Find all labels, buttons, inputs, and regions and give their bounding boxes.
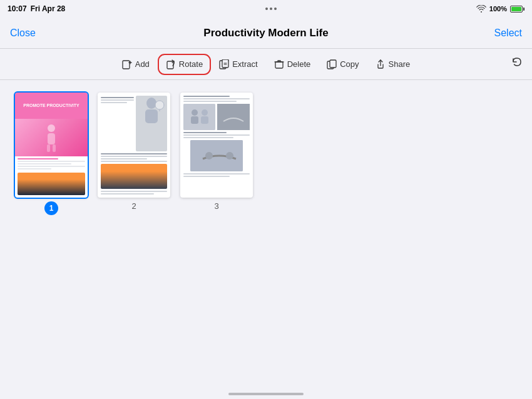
page3-images-row: [183, 104, 250, 130]
p2-line: [101, 99, 134, 101]
wifi-icon: [476, 5, 486, 13]
rotate-button[interactable]: Rotate: [160, 56, 209, 73]
page2-mid-text: [101, 153, 167, 162]
page1-header-text: Promote Productivity: [23, 103, 79, 108]
svg-rect-22: [145, 109, 158, 123]
meeting-svg: [183, 104, 215, 130]
extract-icon: [219, 59, 229, 69]
page1-header: Promote Productivity: [15, 93, 88, 119]
status-right: 100%: [476, 5, 524, 13]
page1-line-2: [18, 161, 85, 162]
page3-meeting-image: [183, 104, 215, 130]
close-button[interactable]: Close: [10, 28, 36, 39]
page1-top-image: [15, 119, 88, 156]
delete-icon: [274, 59, 284, 69]
page1-line-1: [18, 158, 58, 159]
page-title: Productivity Modern Life: [203, 27, 328, 39]
svg-rect-0: [123, 61, 130, 69]
svg-rect-19: [47, 144, 50, 152]
svg-rect-27: [191, 116, 198, 124]
rotate-icon: [166, 59, 176, 69]
page2-top-row: [101, 96, 167, 151]
page-number-badge-1: 1: [44, 201, 58, 215]
add-button[interactable]: Add: [116, 56, 156, 73]
page2-text-col: [101, 96, 134, 151]
svg-point-26: [192, 109, 198, 116]
page1-bottom-image: [18, 173, 85, 195]
undo-button[interactable]: [511, 56, 523, 72]
page-thumb-2[interactable]: [98, 93, 170, 198]
toolbar: Add Rotate Extract Delete: [0, 49, 532, 80]
svg-point-32: [205, 152, 213, 159]
page3-mid-text: [183, 132, 250, 138]
page2-sunset-image: [101, 164, 167, 189]
page-number-3: 3: [214, 201, 218, 211]
person-figure: [42, 122, 61, 153]
page-item-1[interactable]: Promote Productivity: [15, 93, 88, 215]
page2-mid-row: [101, 153, 167, 162]
page3-second-image: [217, 104, 250, 130]
svg-point-21: [146, 98, 156, 109]
svg-rect-9: [275, 62, 283, 68]
status-dots: [265, 8, 277, 10]
handshake-large-svg: [190, 140, 243, 171]
copy-button[interactable]: Copy: [320, 56, 365, 73]
status-left: 10:07 Fri Apr 28: [8, 4, 65, 13]
status-time: 10:07: [8, 4, 27, 13]
page2-person-image: [136, 96, 167, 151]
handshake-svg: [217, 104, 250, 130]
svg-point-28: [202, 109, 208, 116]
page1-body: [15, 156, 88, 171]
svg-rect-15: [330, 60, 336, 68]
page-item-2[interactable]: 2: [98, 93, 170, 211]
page2-bottom-text: [101, 191, 167, 194]
page3-handshake-image: [190, 140, 243, 171]
share-icon: [376, 59, 386, 69]
select-button[interactable]: Select: [494, 28, 522, 39]
svg-point-23: [155, 101, 164, 109]
battery-icon: [510, 6, 524, 13]
page-item-3[interactable]: 3: [180, 93, 253, 211]
home-indicator: [228, 393, 304, 395]
p2-line: [101, 102, 127, 103]
p2-line: [101, 97, 134, 98]
svg-rect-30: [217, 104, 250, 130]
page1-line-4: [18, 166, 85, 167]
extract-button[interactable]: Extract: [213, 56, 263, 73]
nav-bar: Close Productivity Modern Life Select: [0, 18, 532, 49]
copy-icon: [327, 59, 337, 69]
svg-point-33: [226, 152, 233, 159]
status-bar: 10:07 Fri Apr 28 100%: [0, 0, 532, 18]
page3-bottom-text: [183, 173, 250, 177]
page1-line-3: [18, 163, 71, 164]
main-content: Promote Productivity: [0, 80, 532, 228]
battery-percent: 100%: [489, 5, 507, 13]
page3-top-text: [183, 96, 250, 102]
page1-line-5: [18, 168, 51, 169]
svg-rect-18: [48, 133, 55, 144]
page-thumb-3[interactable]: [180, 93, 253, 198]
add-icon: [122, 59, 132, 69]
svg-point-17: [48, 124, 55, 132]
status-date: Fri Apr 28: [31, 4, 66, 13]
svg-rect-29: [201, 116, 208, 124]
person-lightbulb: [136, 96, 167, 130]
svg-rect-25: [183, 104, 215, 130]
page-thumb-1[interactable]: Promote Productivity: [15, 93, 88, 198]
page-number-2: 2: [131, 201, 136, 211]
delete-button[interactable]: Delete: [268, 56, 317, 73]
undo-icon: [511, 56, 523, 69]
svg-rect-20: [53, 144, 56, 152]
share-button[interactable]: Share: [369, 56, 417, 73]
